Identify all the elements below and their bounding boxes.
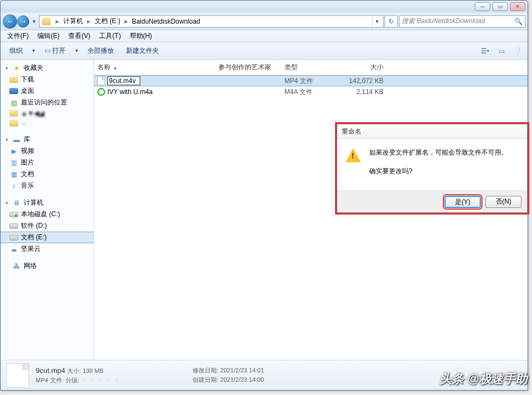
chevron-down-icon[interactable]: ▼ <box>29 48 38 53</box>
rename-dialog: 重命名 如果改变文件扩展名，可能会导致文件不可用。 确实要更改吗? 是(Y) 否… <box>337 124 528 213</box>
forward-button[interactable]: → <box>17 15 29 28</box>
file-size: 2,114 KB <box>345 88 389 96</box>
dialog-message-2: 确实要更改吗? <box>369 166 508 176</box>
chevron-right-icon: ▶ <box>54 19 61 24</box>
folder-icon <box>42 18 51 25</box>
maximize-button[interactable]: ▭ <box>492 2 508 11</box>
file-size: 142,072 KB <box>345 77 389 85</box>
tree-recent[interactable]: ▤最近访问的位置 <box>1 97 94 108</box>
newfolder-button[interactable]: 新建文件夹 <box>120 44 164 58</box>
menu-bar: 文件(F) 编辑(E) 查看(V) 工具(T) 帮助(H) <box>1 30 528 42</box>
tree-drive-c[interactable]: 本地磁盘 (C:) <box>1 209 94 220</box>
organize-button[interactable]: 组织 <box>4 44 28 58</box>
search-input[interactable]: 搜索 BaiduNetdiskDownload 🔍 <box>399 15 525 28</box>
tree-drive-e[interactable]: 文档 (E:) <box>1 232 94 243</box>
no-button[interactable]: 否(N) <box>485 196 522 208</box>
details-filename: 9cut.mp4 <box>36 366 65 375</box>
file-name: IVY with U.m4a <box>107 88 152 96</box>
preview-pane-button[interactable]: ▭ <box>495 45 508 57</box>
file-row[interactable]: 9cut.m4v MP4 文件 142,072 KB <box>94 75 528 86</box>
menu-file[interactable]: 文件(F) <box>3 30 33 42</box>
rename-dialog-highlight: 重命名 如果改变文件扩展名，可能会导致文件不可用。 确实要更改吗? 是(Y) 否… <box>335 122 529 215</box>
open-button[interactable]: ▭ 打开 <box>39 44 71 58</box>
close-button[interactable]: ✕ <box>510 2 525 11</box>
tree-videos[interactable]: ▶视频 <box>1 145 94 157</box>
menu-tools[interactable]: 工具(T) <box>95 30 125 42</box>
search-placeholder: 搜索 BaiduNetdiskDownload <box>402 17 485 26</box>
file-icon <box>97 76 105 85</box>
watermark: 头条 @极速手助 <box>440 371 528 387</box>
crumb-drive[interactable]: 文档 (E:) <box>95 17 120 26</box>
dialog-title: 重命名 <box>337 124 527 139</box>
file-rows: 9cut.m4v MP4 文件 142,072 KB IVY with U.m4… <box>94 75 528 360</box>
col-size[interactable]: 大小 <box>345 63 389 72</box>
details-type: MP4 文件 <box>36 377 62 383</box>
crumb-computer[interactable]: 计算机 <box>63 17 83 26</box>
sort-icon: ▲ <box>113 65 118 70</box>
menu-edit[interactable]: 编辑(E) <box>33 30 64 42</box>
chevron-down-icon[interactable]: ▼ <box>72 48 81 53</box>
minimize-button[interactable]: — <box>475 2 490 11</box>
audio-icon <box>97 88 105 96</box>
tree-music[interactable]: ♪音乐 <box>1 180 94 191</box>
refresh-button[interactable]: ↻ <box>385 15 398 28</box>
toolbar: 组织▼ ▭ 打开▼ 全部播放 新建文件夹 ☰▾ ▭ ❔ <box>1 42 528 60</box>
yes-button[interactable]: 是(Y) <box>445 196 481 208</box>
tree-downloads[interactable]: 下载 <box>1 74 94 85</box>
dialog-message-1: 如果改变文件扩展名，可能会导致文件不可用。 <box>369 147 508 157</box>
rename-input[interactable]: 9cut.m4v <box>107 76 140 85</box>
menu-view[interactable]: 查看(V) <box>64 30 95 42</box>
details-created: 2021/2/23 14:00 <box>220 376 264 383</box>
back-button[interactable]: ← <box>3 14 17 29</box>
tree-jianguo[interactable]: ☁坚果云 <box>1 243 94 255</box>
details-modified: 2021/2/23 14:01 <box>220 367 264 374</box>
col-artist[interactable]: 参与创作的艺术家 <box>218 63 284 72</box>
tree-custom-folder[interactable]: ··· <box>1 118 94 128</box>
tree-custom-folder[interactable]: ▲▼◀◢ <box>1 108 94 118</box>
tree-computer[interactable]: ▾🖥计算机 <box>1 197 94 209</box>
tree-documents[interactable]: ▦文档 <box>1 168 94 180</box>
chevron-right-icon: ▶ <box>123 19 130 24</box>
nav-history-dropdown[interactable]: ▼ <box>30 19 38 24</box>
crumb-folder[interactable]: BaiduNetdiskDownload <box>132 18 200 25</box>
menu-help[interactable]: 帮助(H) <box>125 30 157 42</box>
path-dropdown[interactable]: ▼ <box>372 15 382 28</box>
breadcrumb[interactable]: ▶ 计算机 ▶ 文档 (E:) ▶ BaiduNetdiskDownload ▼ <box>39 15 383 28</box>
tree-drive-d[interactable]: 软件 (D:) <box>1 220 94 232</box>
chevron-right-icon: ▶ <box>85 19 92 24</box>
file-type: M4A 文件 <box>284 87 345 97</box>
search-icon: 🔍 <box>514 18 523 25</box>
col-type[interactable]: 类型 <box>284 63 345 72</box>
column-headers[interactable]: 名称▲ 参与创作的艺术家 类型 大小 <box>94 60 528 75</box>
tree-libraries[interactable]: ▾▬库 <box>1 134 94 145</box>
navigation-tree[interactable]: ▾★收藏夹 下载 桌面 ▤最近访问的位置 ▲▼◀◢ ··· ▾▬库 ▶视频 ▥图… <box>1 60 94 360</box>
file-type: MP4 文件 <box>284 76 345 86</box>
tree-favorites[interactable]: ▾★收藏夹 <box>1 62 94 74</box>
titlebar: — ▭ ✕ <box>1 1 528 13</box>
file-thumbnail <box>6 363 29 388</box>
help-button[interactable]: ❔ <box>511 45 524 57</box>
tree-pictures[interactable]: ▥图片 <box>1 157 94 168</box>
warning-icon <box>345 147 361 163</box>
tree-desktop[interactable]: 桌面 <box>1 85 94 97</box>
address-bar: ← → ▼ ▶ 计算机 ▶ 文档 (E:) ▶ BaiduNetdiskDown… <box>1 13 528 30</box>
view-options-button[interactable]: ☰▾ <box>478 45 491 57</box>
tree-network[interactable]: 🖧网络 <box>1 260 94 272</box>
playall-button[interactable]: 全部播放 <box>82 44 119 58</box>
file-row[interactable]: IVY with U.m4a M4A 文件 2,114 KB <box>94 86 528 97</box>
rating-stars[interactable]: ☆ ☆ ☆ ☆ ☆ <box>81 377 120 383</box>
col-name[interactable]: 名称 <box>97 63 111 72</box>
